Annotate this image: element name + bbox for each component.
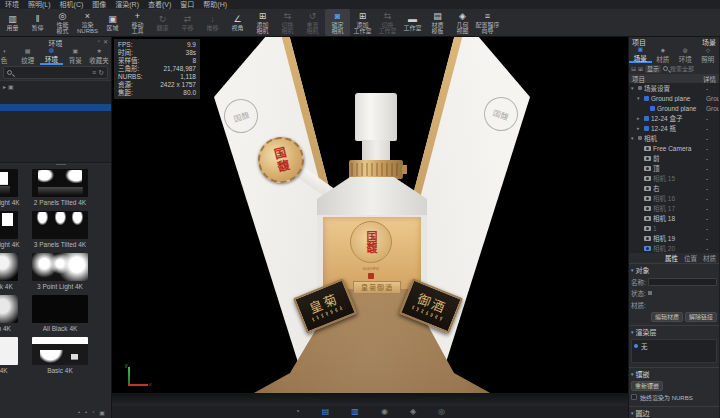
project-tab[interactable]: ◇ 照明 bbox=[697, 47, 720, 63]
project-tab[interactable]: ▣ 场景 bbox=[629, 47, 652, 63]
scene-tree-row[interactable]: 相机 20 - bbox=[629, 243, 719, 253]
menu-item[interactable]: 窗口 bbox=[180, 1, 194, 9]
toolbar-button[interactable]: ⇆ 切换 工作室 bbox=[375, 9, 400, 36]
scene-tree-row[interactable]: Ground plane Ground bbox=[629, 103, 719, 113]
scene-tree-row[interactable]: 相机 17 - bbox=[629, 203, 719, 213]
environment-preset-item[interactable]: All Black 4K bbox=[32, 295, 88, 332]
float-panel-icon[interactable]: ▫ bbox=[98, 38, 100, 45]
tree-item-icon[interactable] bbox=[644, 146, 651, 151]
environment-preset-item[interactable]: 3 Panels Straight 4K bbox=[0, 211, 18, 248]
toolbar-button[interactable]: ⇄ 平移 bbox=[175, 9, 200, 36]
scene-tree-row[interactable]: ▾ 相机 - bbox=[629, 133, 719, 143]
show-filter-button[interactable]: 显示 bbox=[645, 65, 661, 73]
menu-item[interactable]: 查看(V) bbox=[148, 1, 171, 9]
environment-preset-item[interactable]: All White 4K bbox=[0, 337, 18, 374]
render-layers-header[interactable]: ▾渲染层 bbox=[631, 327, 717, 337]
library-tab[interactable]: ★ 收藏夹 bbox=[87, 48, 111, 65]
property-tab[interactable]: 属性 bbox=[665, 253, 678, 264]
environment-preset-thumbnail[interactable] bbox=[32, 337, 88, 365]
edit-material-button[interactable]: 编辑材质 bbox=[651, 312, 683, 322]
tree-item-icon[interactable] bbox=[644, 236, 651, 241]
expand-all-icon[interactable]: ⊞ bbox=[638, 65, 643, 72]
realtime-view[interactable]: 国馥 国馥 国馥 GUOFU 国馥 皇菊御酒 皇菊 御酒 bbox=[112, 37, 628, 406]
tree-item-icon[interactable] bbox=[644, 186, 651, 191]
tree-item-icon[interactable] bbox=[644, 206, 651, 211]
tree-item-icon[interactable] bbox=[638, 86, 642, 90]
tree-toggle-icon[interactable]: ▾ bbox=[637, 95, 642, 101]
toolbar-button[interactable]: ▬ 工作室 bbox=[400, 9, 425, 36]
tree-toggle-icon[interactable]: ▾ bbox=[631, 85, 636, 91]
menu-item[interactable]: 环境 bbox=[5, 1, 19, 9]
library-folder-root[interactable]: ▸ ▣ bbox=[0, 81, 111, 92]
filter-icon[interactable]: ≡ bbox=[92, 69, 96, 76]
toolbar-button[interactable]: ↻ 翻滚 bbox=[150, 9, 175, 36]
scene-tree-row[interactable]: ▾ Ground plane Ground bbox=[629, 93, 719, 103]
toolbar-button[interactable]: ▣ 区域 bbox=[100, 9, 125, 36]
toolbar-button[interactable]: × 渲染 NURBS bbox=[75, 9, 100, 36]
object-section-header[interactable]: ▾对象 bbox=[631, 265, 717, 275]
tree-item-icon[interactable] bbox=[644, 196, 651, 201]
close-panel-icon[interactable]: ✕ bbox=[103, 38, 108, 45]
scene-tree-row[interactable]: Free Camera - bbox=[629, 143, 719, 153]
library-tab[interactable]: ◍ 环境 bbox=[40, 48, 64, 65]
bottom-bar-icon[interactable]: ▥ bbox=[351, 408, 359, 416]
scene-tree-row[interactable]: ▸ 12-24 盒子 - bbox=[629, 113, 719, 123]
scene-tree-row[interactable]: 顶 - bbox=[629, 163, 719, 173]
toolbar-button[interactable]: ⊞ 添加 相机 bbox=[250, 9, 275, 36]
environment-preset-thumbnail[interactable] bbox=[0, 169, 18, 197]
toolbar-button[interactable]: ◙ 锁定 相机 bbox=[325, 9, 350, 36]
bottom-bar-icon[interactable]: ◉ bbox=[381, 408, 388, 416]
scene-tree-row[interactable]: ▾ 场景设置 - bbox=[629, 83, 719, 93]
toolbar-button[interactable]: ‖ 暂停 bbox=[25, 9, 50, 36]
toolbar-button[interactable]: ⇆ 切换 相机 bbox=[275, 9, 300, 36]
tree-item-icon[interactable] bbox=[644, 96, 649, 101]
environment-preset-thumbnail[interactable] bbox=[0, 337, 18, 365]
environment-preset-thumbnail[interactable] bbox=[0, 295, 18, 323]
bottom-bar-icon[interactable]: ▤ bbox=[322, 408, 330, 416]
thumbnail-size-icon[interactable]: ▣ bbox=[99, 409, 105, 416]
toolbar-button[interactable]: ↺ 重置 相机 bbox=[300, 9, 325, 36]
thumbnail-size-icon[interactable]: • bbox=[85, 409, 87, 415]
thumbnail-size-icon[interactable]: ▫ bbox=[92, 409, 94, 415]
nurbs-checkbox[interactable] bbox=[631, 394, 637, 400]
scene-tree-row[interactable]: 相机 18 - bbox=[629, 213, 719, 223]
scene-tree-row[interactable]: 相机 15 - bbox=[629, 173, 719, 183]
tree-toggle-icon[interactable]: ▸ bbox=[637, 115, 642, 121]
scene-search-input[interactable]: 搜索全部 bbox=[670, 64, 694, 73]
tree-toggle-icon[interactable]: ▸ bbox=[637, 125, 642, 131]
tree-item-icon[interactable] bbox=[644, 226, 651, 231]
menu-item[interactable]: 照明(L) bbox=[28, 1, 51, 9]
environment-preset-thumbnail[interactable] bbox=[0, 253, 18, 281]
environment-preset-item[interactable]: All Medium 4K bbox=[0, 295, 18, 332]
toolbar-button[interactable]: ∠ 视角 bbox=[225, 9, 250, 36]
scene-tree-row[interactable]: 相机 16 - bbox=[629, 193, 719, 203]
environment-preset-thumbnail[interactable] bbox=[32, 169, 88, 197]
toolbar-button[interactable]: ◈ 几何 视图 bbox=[450, 9, 475, 36]
name-input[interactable] bbox=[648, 278, 717, 286]
library-tab[interactable]: ▣ 背景 bbox=[63, 48, 87, 65]
environment-preset-item[interactable]: 3 Point Dark 4K bbox=[0, 253, 18, 290]
tree-item-icon[interactable] bbox=[650, 106, 655, 111]
environment-preset-thumbnail[interactable] bbox=[32, 295, 88, 323]
tree-item-icon[interactable] bbox=[644, 176, 651, 181]
tree-item-icon[interactable] bbox=[644, 216, 651, 221]
bottom-bar-icon[interactable]: ◔ bbox=[295, 408, 300, 416]
scene-tree-row[interactable]: 1 - bbox=[629, 223, 719, 233]
scene-tree-row[interactable]: 右 - bbox=[629, 183, 719, 193]
project-tab[interactable]: ◆ 材质 bbox=[652, 47, 675, 63]
expand-icon[interactable]: ▸ bbox=[3, 83, 6, 90]
render-layer-item[interactable]: 无 bbox=[634, 341, 714, 351]
tree-item-icon[interactable] bbox=[644, 156, 651, 161]
tree-item-icon[interactable] bbox=[644, 166, 651, 171]
scene-tree-row[interactable]: 前 - bbox=[629, 153, 719, 163]
tree-item-icon[interactable] bbox=[644, 126, 649, 131]
library-folder-tree[interactable]: ▸ ▣ bbox=[0, 80, 111, 162]
round-edges-header[interactable]: ▾圆边 bbox=[631, 408, 717, 418]
tessellation-header[interactable]: ▾镶嵌 bbox=[631, 369, 717, 379]
thumbnail-size-icon[interactable]: • bbox=[78, 409, 80, 415]
toolbar-button[interactable]: ▥ 用量 bbox=[0, 9, 25, 36]
toolbar-button[interactable]: ≡ 配置程序 向导 bbox=[475, 9, 500, 36]
bottom-bar-icon[interactable]: ◈ bbox=[410, 408, 416, 416]
library-tab[interactable]: ▦ 纹理 bbox=[16, 48, 40, 65]
tree-toggle-icon[interactable]: ▾ bbox=[631, 135, 636, 141]
